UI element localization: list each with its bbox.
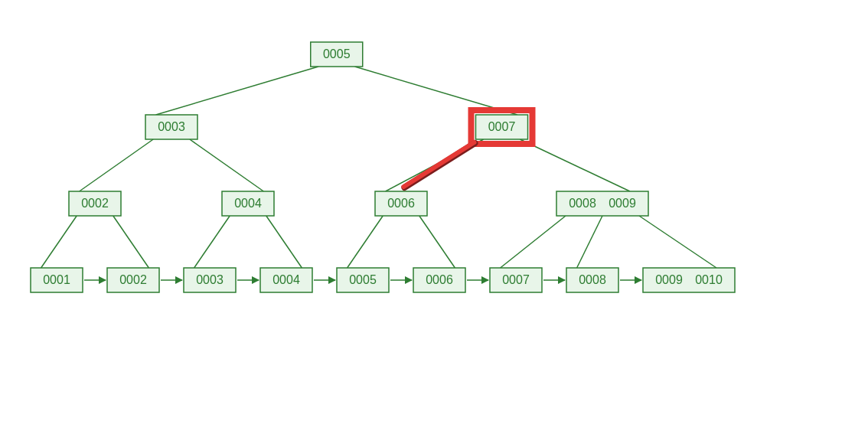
node-key: 0005 [349, 273, 377, 286]
node-key: 0003 [196, 273, 224, 286]
tree-edge [156, 67, 318, 115]
node-key: 0002 [81, 197, 109, 210]
leaf-node: 0004 [260, 268, 312, 292]
tree-edge [266, 216, 302, 268]
tree-edge [419, 216, 455, 268]
internal-node: 0003 [145, 115, 197, 139]
leaf-node: 0008 [566, 268, 618, 292]
tree-edge [190, 139, 264, 191]
node-key: 0008 [579, 273, 606, 286]
node-key: 0004 [234, 197, 262, 210]
tree-nodes: 0005000300070002000400060008000900010002… [31, 42, 735, 292]
node-key: 0003 [158, 120, 185, 133]
tree-edge [501, 216, 566, 268]
branch-node: 00080009 [556, 191, 648, 216]
tree-edge [80, 139, 154, 191]
node-key: 0007 [502, 273, 530, 286]
internal-node: 0007 [476, 115, 528, 139]
btree-diagram: 0005000300070002000400060008000900010002… [0, 0, 868, 424]
tree-edge [41, 216, 77, 268]
leaf-node: 00090010 [643, 268, 735, 292]
branch-node: 0002 [69, 191, 121, 216]
node-key: 0009 [609, 197, 636, 210]
root-node: 0005 [311, 42, 363, 67]
branch-node: 0004 [222, 191, 274, 216]
node-key: 0006 [387, 197, 415, 210]
node-key: 0009 [655, 273, 683, 286]
tree-edge [639, 216, 716, 268]
tree-edge [520, 139, 630, 191]
node-key: 0002 [119, 273, 147, 286]
tree-edge [194, 216, 230, 268]
node-key: 0004 [272, 273, 300, 286]
tree-edge [113, 216, 149, 268]
leaf-node: 0001 [31, 268, 83, 292]
leaf-node: 0006 [413, 268, 465, 292]
node-key: 0010 [695, 273, 723, 286]
tree-edge [577, 216, 602, 268]
node-key: 0006 [426, 273, 453, 286]
leaf-node: 0002 [107, 268, 159, 292]
node-key: 0007 [488, 120, 516, 133]
node-key: 0001 [43, 273, 70, 286]
leaf-node: 0007 [490, 268, 542, 292]
leaf-node: 0005 [337, 268, 389, 292]
tree-edges [41, 67, 716, 268]
tree-edge [348, 216, 383, 268]
node-key: 0008 [569, 197, 596, 210]
leaf-node: 0003 [184, 268, 236, 292]
node-key: 0005 [323, 47, 351, 60]
highlight-line [403, 142, 474, 187]
branch-node: 0006 [375, 191, 427, 216]
